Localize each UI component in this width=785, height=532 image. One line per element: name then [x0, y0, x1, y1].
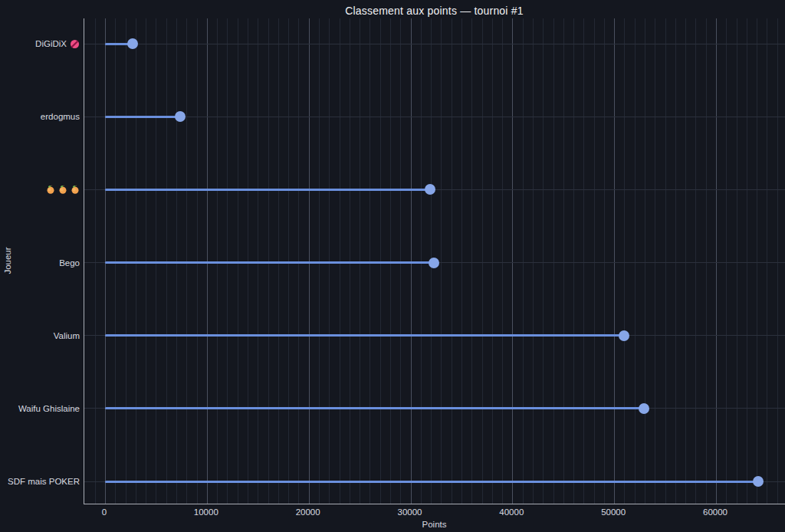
x-tick-label-30000: 30000 — [383, 507, 437, 517]
row-grid-line — [84, 44, 785, 44]
stem-line — [105, 481, 758, 483]
x-tick-label-40000: 40000 — [484, 507, 538, 517]
x-tick-label-10000: 10000 — [179, 507, 233, 517]
grid-line-x-47000 — [583, 18, 584, 504]
player-name: Bego — [59, 257, 80, 269]
player-name: erdogmus — [41, 110, 80, 123]
stem-line — [105, 261, 434, 264]
grid-line-x-63000 — [747, 18, 747, 504]
x-tick-label-60000: 60000 — [688, 507, 742, 517]
grid-line-x-61000 — [726, 18, 727, 504]
data-point-3[interactable] — [429, 258, 439, 268]
grid-line-x-46000 — [573, 18, 574, 504]
stem-line — [105, 407, 644, 409]
grid-line-x-64000 — [757, 18, 757, 504]
grid-line-x--1000 — [95, 18, 96, 504]
player-name: Valium — [54, 330, 80, 342]
grid-line-x-37000 — [482, 18, 483, 504]
grid-line-x-44000 — [553, 18, 554, 504]
peach-icon — [71, 185, 80, 194]
y-tick-label-5: Waifu Ghislaine — [0, 402, 80, 415]
data-point-2[interactable] — [425, 184, 435, 195]
grid-line-x-55000 — [665, 18, 666, 504]
grid-line-x-51000 — [624, 18, 625, 504]
data-point-1[interactable] — [175, 111, 186, 122]
y-tick-label-4: Valium — [0, 330, 80, 342]
y-tick-label-0: DiGiDiX — [0, 38, 80, 50]
data-point-5[interactable] — [639, 403, 649, 414]
y-tick-label-1: erdogmus — [0, 110, 80, 123]
y-tick-label-3: Bego — [0, 257, 80, 269]
grid-line-x-41000 — [523, 18, 524, 504]
player-name: SDF mais POKER — [8, 475, 80, 488]
grid-line-x-56000 — [675, 18, 676, 504]
grid-line-x-58000 — [695, 18, 696, 504]
lollipop-chart: Classement aux points — tournoi #1 Point… — [0, 0, 785, 532]
grid-line-x-62000 — [737, 18, 737, 504]
kiss-mark-icon — [70, 39, 80, 49]
player-name: Waifu Ghislaine — [18, 402, 80, 415]
peach-icon — [58, 185, 67, 194]
data-point-4[interactable] — [619, 330, 629, 341]
grid-line-x-59000 — [706, 18, 707, 504]
grid-line-x-43000 — [543, 18, 544, 504]
grid-line-x-38000 — [492, 18, 493, 504]
chart-title: Classement aux points — tournoi #1 — [84, 5, 785, 17]
grid-line-x-42000 — [533, 18, 534, 504]
grid-line-x-34000 — [452, 18, 452, 504]
stem-line — [105, 189, 430, 191]
grid-line-x-35000 — [461, 18, 462, 504]
y-tick-label-6: SDF mais POKER — [0, 475, 80, 488]
peach-icon — [46, 185, 55, 194]
grid-line-x-57000 — [685, 18, 686, 504]
x-tick-label-50000: 50000 — [586, 507, 640, 517]
grid-line-x-65000 — [767, 18, 767, 504]
grid-line-x-52000 — [635, 18, 636, 504]
grid-line-x-48000 — [594, 18, 595, 504]
data-point-0[interactable] — [127, 38, 138, 49]
x-tick-label-0: 0 — [77, 507, 131, 517]
grid-line-x-40000 — [512, 18, 513, 504]
grid-line-x-33000 — [441, 18, 442, 504]
stem-line — [105, 334, 624, 337]
grid-line-x-60000 — [716, 18, 717, 504]
x-axis-title: Points — [84, 520, 785, 529]
grid-line-x-36000 — [471, 18, 472, 504]
grid-line-x-54000 — [655, 18, 655, 504]
grid-line-x-53000 — [645, 18, 645, 504]
grid-line-x-50000 — [614, 18, 615, 504]
player-name: DiGiDiX — [35, 38, 67, 50]
data-point-6[interactable] — [753, 476, 764, 487]
grid-line-x-45000 — [563, 18, 564, 504]
stem-line — [105, 116, 180, 118]
plot-area — [84, 18, 785, 504]
x-tick-label-20000: 20000 — [281, 507, 335, 517]
grid-line-x-66000 — [777, 18, 778, 504]
grid-line-x-49000 — [604, 18, 605, 504]
grid-line-x-39000 — [502, 18, 503, 504]
y-tick-label-2 — [0, 183, 80, 195]
row-grid-line — [84, 117, 785, 117]
